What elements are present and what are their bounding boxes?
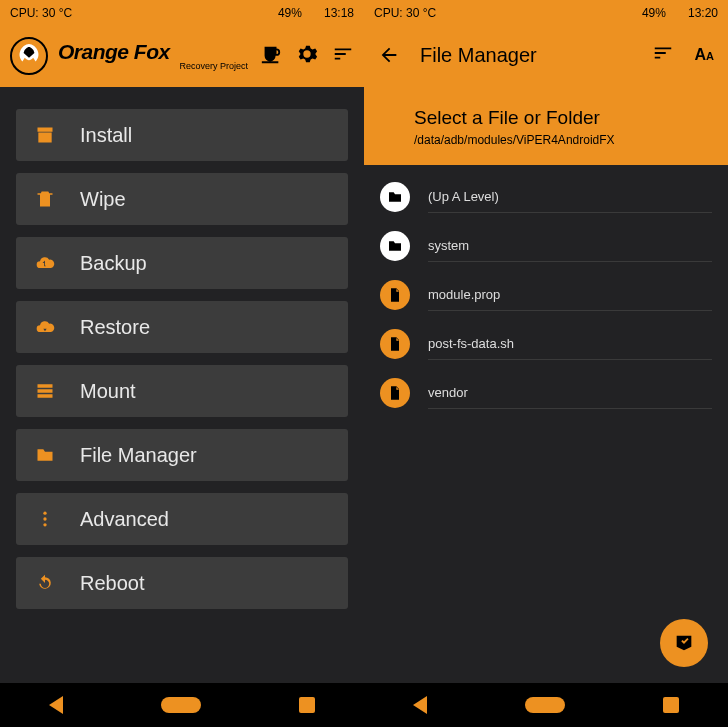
nav-home-button[interactable]	[161, 697, 201, 713]
battery-level: 49%	[642, 6, 666, 20]
menu-label: File Manager	[80, 444, 197, 467]
file-row[interactable]: system	[364, 221, 728, 270]
cpu-temp: CPU: 30 °C	[374, 6, 436, 20]
archive-icon	[34, 124, 56, 146]
font-size-icon[interactable]: AA	[694, 46, 714, 64]
battery-level: 49%	[278, 6, 302, 20]
nav-bar	[0, 683, 364, 727]
menu-item-install[interactable]: Install	[16, 109, 348, 161]
menu-label: Backup	[80, 252, 147, 275]
menu-label: Install	[80, 124, 132, 147]
file-name: post-fs-data.sh	[428, 328, 712, 360]
sort-icon[interactable]	[332, 43, 354, 69]
menu-item-file-manager[interactable]: File Manager	[16, 429, 348, 481]
nav-recent-button[interactable]	[663, 697, 679, 713]
refresh-icon	[34, 572, 56, 594]
menu-label: Reboot	[80, 572, 145, 595]
select-fab[interactable]	[660, 619, 708, 667]
status-bar: CPU: 30 °C 49% 13:20	[364, 0, 728, 25]
trash-icon	[34, 188, 56, 210]
logo-icon	[10, 37, 48, 75]
svg-point-1	[43, 517, 46, 520]
nav-home-button[interactable]	[525, 697, 565, 713]
file-name: (Up A Level)	[428, 181, 712, 213]
nav-back-button[interactable]	[49, 696, 63, 714]
file-name: vendor	[428, 377, 712, 409]
menu-item-backup[interactable]: Backup	[16, 237, 348, 289]
more-vert-icon	[34, 508, 56, 530]
menu-label: Advanced	[80, 508, 169, 531]
coffee-icon[interactable]	[260, 43, 282, 69]
app-header: Orange Fox Recovery Project	[0, 25, 364, 87]
file-manager-header: File Manager AA	[364, 25, 728, 85]
brand-title: Orange Fox	[58, 41, 250, 62]
gear-icon[interactable]	[296, 43, 318, 69]
nav-back-button[interactable]	[413, 696, 427, 714]
file-icon	[380, 378, 410, 408]
file-name: module.prop	[428, 279, 712, 311]
status-bar: CPU: 30 °C 49% 13:18	[0, 0, 364, 25]
file-row[interactable]: post-fs-data.sh	[364, 319, 728, 368]
cpu-temp: CPU: 30 °C	[10, 6, 72, 20]
folder-icon	[380, 231, 410, 261]
menu-item-wipe[interactable]: Wipe	[16, 173, 348, 225]
menu-item-mount[interactable]: Mount	[16, 365, 348, 417]
current-path: /data/adb/modules/ViPER4AndroidFX	[414, 133, 708, 147]
file-row[interactable]: (Up A Level)	[364, 173, 728, 221]
menu-item-restore[interactable]: Restore	[16, 301, 348, 353]
file-row[interactable]: module.prop	[364, 270, 728, 319]
file-icon	[380, 329, 410, 359]
brand-subtitle: Recovery Project	[58, 61, 250, 71]
svg-point-2	[43, 523, 46, 526]
svg-point-0	[43, 512, 46, 515]
nav-recent-button[interactable]	[299, 697, 315, 713]
cloud-up-icon	[34, 252, 56, 274]
nav-bar	[364, 683, 728, 727]
sort-icon[interactable]	[652, 42, 674, 68]
storage-icon	[34, 380, 56, 402]
file-name: system	[428, 230, 712, 262]
clock: 13:18	[324, 6, 354, 20]
menu-item-reboot[interactable]: Reboot	[16, 557, 348, 609]
file-list: (Up A Level)systemmodule.proppost-fs-dat…	[364, 165, 728, 683]
file-manager-screen: CPU: 30 °C 49% 13:20 File Manager AA Sel…	[364, 0, 728, 727]
main-menu: InstallWipeBackupRestoreMountFile Manage…	[0, 87, 364, 683]
back-button[interactable]	[378, 44, 400, 66]
path-header: Select a File or Folder /data/adb/module…	[364, 85, 728, 165]
folder-icon	[34, 444, 56, 466]
menu-label: Wipe	[80, 188, 126, 211]
file-icon	[380, 280, 410, 310]
file-row[interactable]: vendor	[364, 368, 728, 417]
folder-icon	[380, 182, 410, 212]
menu-item-advanced[interactable]: Advanced	[16, 493, 348, 545]
clock: 13:20	[688, 6, 718, 20]
hint-text: Select a File or Folder	[414, 107, 708, 129]
page-title: File Manager	[420, 44, 632, 67]
cloud-down-icon	[34, 316, 56, 338]
main-menu-screen: CPU: 30 °C 49% 13:18 Orange Fox Recovery…	[0, 0, 364, 727]
menu-label: Restore	[80, 316, 150, 339]
menu-label: Mount	[80, 380, 136, 403]
